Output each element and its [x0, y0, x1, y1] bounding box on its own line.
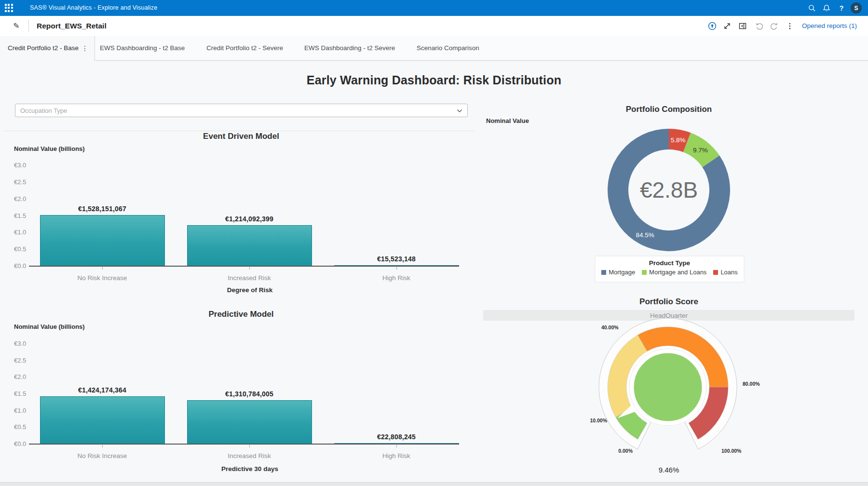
y-axis-label: Nominal Value (billions) [14, 145, 85, 152]
bar-value-label: €22,808,245 [334, 433, 459, 441]
y-tick-label: €1.5 [14, 390, 26, 397]
y-tick-label: €3.0 [14, 340, 26, 347]
x-category-label: No Risk Increase [30, 274, 175, 282]
gauge-tick-10: 10.00% [559, 418, 607, 423]
legend-swatch [642, 270, 647, 275]
gauge-tick-40: 40.00% [601, 324, 650, 330]
bar-value-label: €1,310,784,005 [187, 390, 312, 398]
tab-ews-dashboarding-t2-severe[interactable]: EWS Dashboarding - t2 Severe [304, 36, 395, 61]
y-tick-label: €1.0 [14, 229, 26, 236]
divider [4, 131, 475, 131]
y-tick-label: €1.5 [14, 212, 26, 219]
edit-pencil-icon[interactable]: ✎ [11, 20, 22, 31]
help-icon[interactable]: ? [836, 3, 847, 14]
y-tick-label: €1.0 [14, 407, 26, 414]
chevron-down-icon [457, 106, 462, 115]
notifications-bell-icon[interactable] [821, 3, 832, 14]
x-tick-mark [102, 267, 103, 270]
legend-label: Loans [720, 269, 737, 276]
y-tick-label: €3.0 [14, 162, 26, 169]
bar-value-label: €1,424,174,364 [40, 386, 165, 394]
tab-credit-portfolio-t2-base[interactable]: Credit Portfolio t2 - Base ⋮ [0, 36, 95, 61]
bar-value-label: €1,214,092,399 [187, 215, 312, 223]
x-axis-line [29, 444, 459, 445]
occupation-type-dropdown[interactable]: Occupation Type [15, 104, 468, 117]
toggle-right-pane-icon[interactable] [738, 21, 747, 31]
pie-legend: Product Type MortgageMortgage and LoansL… [595, 256, 744, 282]
y-tick-label: €0.5 [14, 245, 26, 253]
chart-title-predictive: Predictive Model [96, 310, 386, 319]
gauge-tick-0: 0.00% [584, 448, 633, 454]
y-tick-label: €0.5 [14, 423, 26, 431]
dropdown-placeholder: Occupation Type [20, 107, 457, 114]
bottom-edge [0, 482, 868, 486]
report-tab-strip: Credit Portfolio t2 - Base ⋮ EWS Dashboa… [0, 36, 868, 61]
gauge-inner-circle[interactable] [632, 351, 704, 423]
gauge-tick-100: 100.00% [721, 448, 770, 454]
report-toolbar: ✎ Report_EWS_Retail ⋮ Opened reports (1) [0, 16, 868, 37]
tab-menu-kebab-icon[interactable]: ⋮ [80, 36, 90, 60]
page-title: Early Warning Dashboard: Risk Distributi… [0, 73, 868, 87]
app-bar: SAS® Visual Analytics - Explore and Visu… [0, 0, 868, 16]
x-axis-title: Degree of Risk [153, 286, 346, 294]
chart-title-event-driven: Event Driven Model [96, 132, 386, 141]
y-tick-label: €0.0 [14, 440, 26, 447]
portfolio-score-gauge[interactable] [576, 313, 760, 463]
x-tick-mark [396, 445, 397, 447]
y-tick-label: €2.5 [14, 178, 26, 186]
bar-value-label: €15,523,148 [334, 255, 459, 263]
undo-icon[interactable] [755, 21, 764, 31]
x-tick-mark [102, 445, 103, 447]
tab-scenario-comparison[interactable]: Scenario Comparison [417, 36, 479, 61]
opened-reports-link[interactable]: Opened reports (1) [802, 16, 857, 36]
y-tick-label: €0.0 [14, 262, 26, 270]
tab-label: Credit Portfolio t2 - Base [8, 36, 79, 60]
divider [28, 20, 29, 32]
app-switcher-icon[interactable] [5, 4, 13, 12]
legend-swatch [713, 270, 718, 275]
x-category-label: Increased Risk [177, 274, 322, 282]
y-tick-label: €2.0 [14, 195, 26, 202]
legend-item-loans[interactable]: Loans [713, 269, 737, 276]
x-category-label: Increased Risk [177, 452, 322, 459]
x-category-label: High Risk [324, 274, 469, 282]
portfolio-composition-donut[interactable]: 5.8%9.7%84.5%€2.8B [599, 121, 738, 259]
x-tick-mark [249, 445, 250, 447]
x-category-label: No Risk Increase [30, 452, 175, 459]
tab-ews-dashboarding-t2-base[interactable]: EWS Dashboarding - t2 Base [100, 36, 185, 61]
gauge-value-label: 9.46% [621, 466, 717, 474]
legend-item-mortgage[interactable]: Mortgage [601, 269, 635, 276]
y-tick-label: €2.0 [14, 373, 26, 380]
search-icon[interactable] [807, 3, 817, 14]
chart-title-portfolio-composition: Portfolio Composition [524, 105, 814, 114]
bar-increased-risk[interactable] [187, 225, 312, 266]
donut-slice-pct-label: 9.7% [693, 147, 708, 154]
donut-slice-pct-label: 84.5% [636, 231, 654, 239]
donut-slice-pct-label: 5.8% [671, 136, 686, 144]
y-axis-label: Nominal Value (billions) [14, 323, 85, 330]
sas-visual-analytics-window: SAS® Visual Analytics - Explore and Visu… [0, 0, 868, 486]
more-options-kebab-icon[interactable]: ⋮ [785, 21, 795, 31]
legend-label: Mortgage and Loans [649, 269, 706, 276]
legend-items: MortgageMortgage and LoansLoans [596, 269, 744, 276]
x-axis-title: Predictive 30 days [153, 465, 346, 472]
bar-increased-risk[interactable] [187, 400, 312, 444]
legend-label: Mortgage [609, 269, 635, 276]
x-tick-mark [249, 267, 250, 270]
expand-fullscreen-icon[interactable] [722, 21, 732, 31]
legend-item-mortgage-and-loans[interactable]: Mortgage and Loans [642, 269, 706, 276]
legend-title: Product Type [596, 259, 744, 267]
x-tick-mark [396, 267, 397, 270]
legend-swatch [601, 270, 606, 275]
bar-no-risk-increase[interactable] [40, 215, 165, 266]
pie-axis-label: Nominal Value [486, 117, 529, 124]
app-title: SAS® Visual Analytics - Explore and Visu… [30, 0, 157, 16]
chart-title-portfolio-score: Portfolio Score [524, 297, 814, 307]
bar-value-label: €1,528,151,067 [40, 205, 165, 213]
tab-credit-portfolio-t2-severe[interactable]: Credit Portfolio t2 - Severe [206, 36, 283, 61]
bar-no-risk-increase[interactable] [40, 396, 165, 444]
redo-icon[interactable] [769, 21, 779, 31]
user-avatar[interactable]: S [851, 2, 862, 14]
display-rules-pin-icon[interactable] [707, 21, 717, 31]
x-category-label: High Risk [324, 452, 469, 459]
